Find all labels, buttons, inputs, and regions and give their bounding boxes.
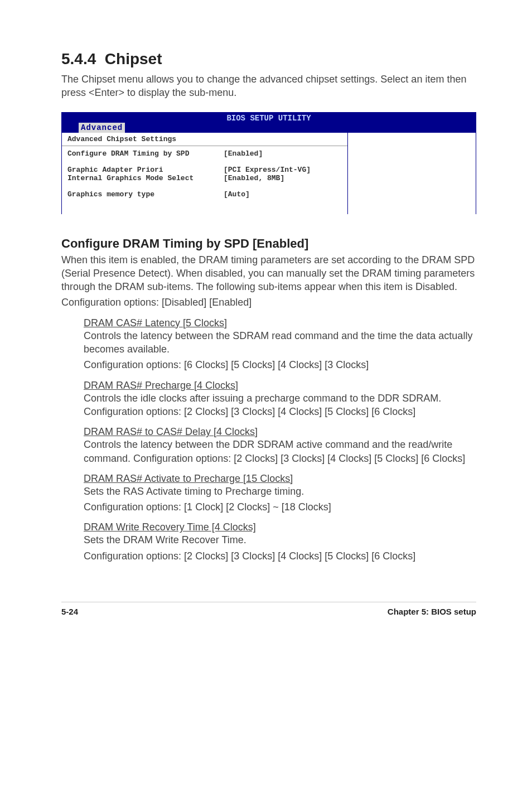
bios-row-value: [Enabled, 8MB] [224, 174, 342, 182]
bios-row-value: [Auto] [224, 190, 342, 199]
section-number: 5.4.4 [61, 50, 96, 67]
subitem-line: Controls the idle clocks after issuing a… [84, 392, 476, 419]
intro-text: The Chipset menu allows you to change th… [61, 73, 476, 100]
config-dram-options: Configuration options: [Disabled] [Enabl… [61, 296, 476, 309]
config-dram-heading: Configure DRAM Timing by SPD [Enabled] [61, 236, 476, 251]
footer-chapter: Chapter 5: BIOS setup [388, 607, 476, 616]
subitem-line: Sets the RAS Activate timing to Precharg… [84, 485, 476, 498]
subitem-line: Controls the latency between the DDR SDR… [84, 438, 476, 465]
subitem-line: Configuration options: [6 Clocks] [5 Clo… [84, 358, 476, 371]
bios-row: Internal Graphics Mode Select [Enabled, … [67, 174, 342, 182]
subitem-title: DRAM CAS# Latency [5 Clocks] [84, 317, 476, 329]
subitem-line: Configuration options: [1 Clock] [2 Cloc… [84, 500, 476, 514]
bios-row-label: Configure DRAM Timing by SPD [67, 149, 224, 158]
bios-row-label: Internal Graphics Mode Select [67, 174, 224, 182]
subitem-title: DRAM Write Recovery Time [4 Clocks] [84, 521, 476, 533]
subitem-title: DRAM RAS# Activate to Precharge [15 Cloc… [84, 473, 476, 485]
subitem-line: Sets the DRAM Write Recover Time. [84, 533, 476, 547]
subitem-line: Configuration options: [2 Clocks] [3 Clo… [84, 549, 476, 563]
bios-row-label: Graphic Adapter Priori [67, 166, 224, 174]
bios-row: Graphic Adapter Priori [PCI Express/Int-… [67, 166, 342, 174]
subitem-line: Controls the latency between the SDRAM r… [84, 329, 476, 356]
bios-row: Graphics memory type [Auto] [67, 190, 342, 199]
bios-row-value: [PCI Express/Int-VG] [224, 166, 342, 174]
footer-page-number: 5-24 [61, 607, 78, 616]
bios-right-pane [348, 133, 476, 214]
config-dram-body: When this item is enabled, the DRAM timi… [61, 253, 476, 294]
bios-left-pane: Advanced Chipset Settings Configure DRAM… [62, 133, 348, 214]
bios-row-label: Graphics memory type [67, 190, 224, 199]
section-title: Chipset [105, 50, 162, 67]
subitem-title: DRAM RAS# to CAS# Delay [4 Clocks] [84, 426, 476, 438]
bios-title-bar: BIOS SETUP UTILITY Advanced [62, 113, 476, 133]
bios-row-value: [Enabled] [224, 149, 342, 158]
bios-panel: BIOS SETUP UTILITY Advanced Advanced Chi… [61, 112, 476, 214]
bios-tab-advanced: Advanced [79, 123, 125, 133]
bios-utility-title: BIOS SETUP UTILITY [226, 114, 311, 123]
page-footer: 5-24 Chapter 5: BIOS setup [61, 602, 476, 616]
bios-section-header: Advanced Chipset Settings [62, 133, 347, 146]
subitem-title: DRAM RAS# Precharge [4 Clocks] [84, 380, 476, 392]
section-heading: 5.4.4 Chipset [61, 50, 476, 68]
bios-row: Configure DRAM Timing by SPD [Enabled] [67, 149, 342, 158]
